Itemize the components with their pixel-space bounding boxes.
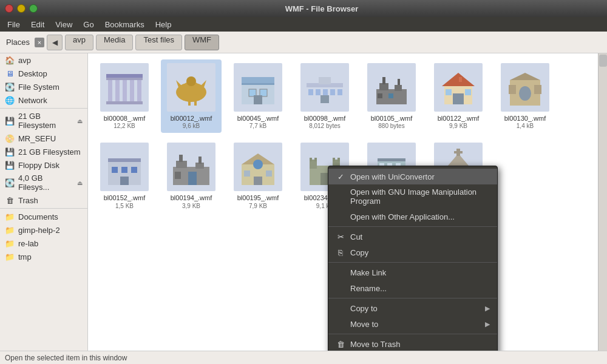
- file-name-bl00008: bl00008_.wmf: [104, 114, 146, 123]
- breadcrumb-testfiles[interactable]: Test files: [135, 35, 182, 50]
- menu-item-bookmarks[interactable]: Bookmarks: [100, 19, 149, 30]
- svg-rect-6: [137, 80, 141, 101]
- ctx-open-gimp[interactable]: Open with GNU Image Manipulation Program: [328, 184, 497, 209]
- file-icon-bl00045: [234, 63, 282, 112]
- sidebar-divider-1: [0, 108, 87, 109]
- ctx-move-to[interactable]: Move to ▶: [328, 316, 497, 332]
- svg-rect-71: [314, 158, 317, 161]
- file-item-bl00105[interactable]: bl00105_.wmf 880 bytes: [361, 59, 422, 133]
- file-item-bl00045[interactable]: bl00045_.wmf 7,7 kB: [228, 59, 288, 133]
- svg-rect-5: [130, 80, 134, 101]
- svg-rect-39: [453, 93, 464, 104]
- app-icon-gimp: [336, 192, 345, 201]
- svg-point-12: [186, 76, 196, 86]
- sidebar-item-mrsefu[interactable]: 📀 MR_SEFU: [0, 132, 87, 145]
- sidebar-item-gimphelp[interactable]: 📁 gimp-help-2: [0, 223, 87, 237]
- ctx-label-copyto: Copy to: [350, 304, 378, 313]
- sidebar-item-tmp[interactable]: 📁 tmp: [0, 250, 87, 263]
- menu-item-go[interactable]: Go: [78, 19, 98, 30]
- sidebar-label-21gb2: 21 GB Filesystem: [18, 147, 81, 157]
- file-item-bl00195[interactable]: bl00195_.wmf 7,9 KB: [228, 139, 288, 212]
- sidebar-item-4gb[interactable]: 💽 4,0 GB Filesys... ⏏: [0, 172, 87, 194]
- sidebar-label-documents: Documents: [18, 212, 58, 221]
- file-size-bl00045: 7,7 kB: [249, 123, 266, 129]
- breadcrumb-wmf[interactable]: WMF: [185, 35, 219, 50]
- file-item-bl00012[interactable]: bl00012_.wmf 9,6 kB: [161, 59, 222, 133]
- file-item-bl00130[interactable]: bl00130_.wmf 1,4 kB: [495, 59, 555, 133]
- svg-rect-41: [465, 89, 471, 95]
- svg-rect-1: [106, 101, 143, 104]
- maximize-button[interactable]: [29, 4, 38, 13]
- svg-rect-19: [254, 95, 262, 104]
- ctx-copy[interactable]: ⎘ Copy: [328, 244, 497, 260]
- ctx-label-makelink: Make Link: [350, 268, 386, 277]
- ctx-copy-to[interactable]: Copy to ▶: [328, 300, 497, 316]
- svg-rect-4: [123, 80, 127, 101]
- minimize-button[interactable]: [17, 4, 25, 13]
- menu-item-view[interactable]: View: [50, 19, 77, 30]
- file-size-bl00098: 8,012 bytes: [309, 123, 341, 129]
- svg-rect-64: [244, 170, 250, 177]
- breadcrumb-media[interactable]: Media: [96, 35, 133, 50]
- ctx-open-other[interactable]: Open with Other Application...: [328, 209, 497, 224]
- file-item-bl00008[interactable]: bl00008_.wmf 12,2 KB: [94, 59, 155, 133]
- menu-item-edit[interactable]: Edit: [26, 19, 49, 30]
- sidebar-item-relab[interactable]: 📁 re-lab: [0, 237, 87, 250]
- sidebar: 🏠 avp 🖥 Desktop 💽 File System 🌐 Network …: [0, 53, 88, 351]
- sidebar-item-desktop[interactable]: 🖥 Desktop: [0, 67, 87, 80]
- ctx-cut[interactable]: ✂ Cut: [328, 229, 497, 244]
- close-button[interactable]: [5, 4, 13, 13]
- file-item-bl00152[interactable]: bl00152_.wmf 1,5 KB: [94, 139, 155, 212]
- file-name-bl00195: bl00195_.wmf: [237, 194, 279, 202]
- toolbar: Places × ◀ avp Media Test files WMF: [0, 32, 607, 53]
- sidebar-label-21gb1: 21 GB Filesystem: [18, 112, 73, 130]
- titlebar: WMF - File Browser: [0, 0, 607, 17]
- ctx-move-trash[interactable]: 🗑 Move to Trash: [328, 336, 497, 351]
- menu-item-file[interactable]: File: [2, 19, 25, 30]
- sidebar-item-documents[interactable]: 📁 Documents: [0, 210, 87, 223]
- file-item-bl00194[interactable]: bl00194_.wmf 3,9 KB: [161, 139, 222, 212]
- sidebar-item-floppy[interactable]: 💾 Floppy Disk: [0, 158, 87, 172]
- file-size-bl00152: 1,5 KB: [115, 203, 134, 209]
- copy-icon: ⎘: [336, 248, 345, 257]
- back-button[interactable]: ◀: [47, 35, 63, 50]
- check-icon: ✓: [336, 172, 345, 181]
- eject-icon-1[interactable]: ⏏: [77, 118, 83, 124]
- move-to-arrow: ▶: [485, 320, 490, 328]
- eject-icon-2[interactable]: ⏏: [77, 180, 83, 186]
- hdd-icon-3: 💽: [5, 178, 15, 187]
- sidebar-label-trash: Trash: [18, 196, 38, 205]
- link-icon: [336, 268, 345, 277]
- ctx-separator-3: [328, 298, 497, 298]
- sidebar-divider-2: [0, 208, 87, 209]
- scrollbar-right[interactable]: [598, 53, 607, 351]
- file-size-bl00008: 12,2 KB: [114, 123, 135, 129]
- status-text: Open the selected item in this window: [5, 354, 127, 362]
- ctx-make-link[interactable]: Make Link: [328, 265, 497, 280]
- sidebar-item-21gb1[interactable]: 💾 21 GB Filesystem ⏏: [0, 110, 87, 132]
- breadcrumb-avp[interactable]: avp: [65, 35, 93, 50]
- svg-rect-52: [131, 167, 137, 173]
- file-size-bl00195: 7,9 KB: [249, 203, 267, 209]
- ctx-open-uniconvertor[interactable]: ✓ Open with UniConvertor: [328, 169, 497, 184]
- sidebar-item-21gb2[interactable]: 💾 21 GB Filesystem: [0, 145, 87, 158]
- sidebar-item-trash[interactable]: 🗑 Trash: [0, 194, 87, 207]
- sidebar-item-avp[interactable]: 🏠 avp: [0, 53, 87, 67]
- ctx-separator-4: [328, 334, 497, 334]
- sidebar-item-network[interactable]: 🌐 Network: [0, 93, 87, 107]
- svg-marker-44: [510, 73, 540, 80]
- svg-rect-50: [112, 167, 118, 173]
- file-item-bl00098[interactable]: bl00098_.wmf 8,012 bytes: [294, 59, 355, 133]
- sidebar-item-filesystem[interactable]: 💽 File System: [0, 80, 87, 93]
- menu-item-help[interactable]: Help: [151, 19, 177, 30]
- svg-rect-57: [179, 155, 183, 162]
- svg-rect-72: [333, 158, 335, 161]
- file-icon-bl00194: [167, 143, 215, 191]
- file-name-bl00152: bl00152_.wmf: [104, 194, 146, 202]
- file-size-bl00122: 9,9 KB: [449, 123, 467, 129]
- file-item-bl00122[interactable]: bl00122_.wmf 9,9 KB: [428, 59, 489, 133]
- ctx-rename[interactable]: Rename...: [328, 280, 497, 296]
- context-menu: ✓ Open with UniConvertor Open with GNU I…: [328, 166, 498, 351]
- close-places-button[interactable]: ×: [35, 38, 44, 47]
- svg-rect-7: [106, 74, 143, 78]
